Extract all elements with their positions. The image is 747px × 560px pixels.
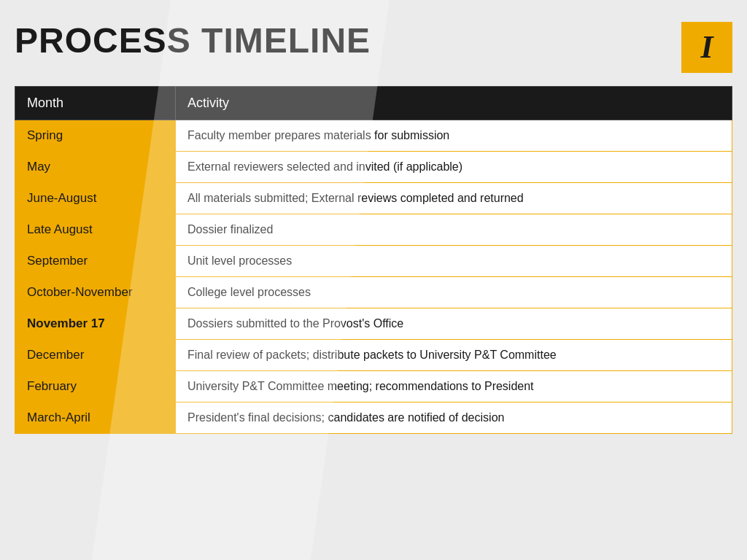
month-cell: October-November xyxy=(15,277,176,308)
month-cell: Late August xyxy=(15,214,176,246)
month-cell: May xyxy=(15,152,176,183)
month-column-header: Month xyxy=(15,87,176,120)
activity-cell: Dossier finalized xyxy=(176,214,732,246)
table-row: SpringFaculty member prepares materials … xyxy=(15,120,732,152)
month-cell: Spring xyxy=(15,120,176,152)
activity-cell: President's final decisions; candidates … xyxy=(176,402,732,434)
table-row: March-AprilPresident's final decisions; … xyxy=(15,402,732,434)
activity-column-header: Activity xyxy=(176,87,732,120)
table-header-row: Month Activity xyxy=(15,87,732,120)
month-cell: March-April xyxy=(15,402,176,434)
activity-cell: All materials submitted; External review… xyxy=(176,183,732,214)
activity-cell: College level processes xyxy=(176,277,732,308)
table-row: October-NovemberCollege level processes xyxy=(15,277,732,308)
table-row: Late AugustDossier finalized xyxy=(15,214,732,246)
table-row: DecemberFinal review of packets; distrib… xyxy=(15,340,732,371)
table-row: SeptemberUnit level processes xyxy=(15,246,732,277)
page-container: PROCESS TIMELINE I Month Activity Spring… xyxy=(0,0,747,560)
page-header: PROCESS TIMELINE I xyxy=(15,22,732,73)
activity-cell: Unit level processes xyxy=(176,246,732,277)
timeline-table: Month Activity SpringFaculty member prep… xyxy=(15,86,732,434)
logo-letter: I xyxy=(700,31,713,63)
activity-cell: External reviewers selected and invited … xyxy=(176,152,732,183)
activity-cell: University P&T Committee meeting; recomm… xyxy=(176,371,732,402)
month-cell: September xyxy=(15,246,176,277)
month-cell: June-August xyxy=(15,183,176,214)
activity-cell: Faculty member prepares materials for su… xyxy=(176,120,732,152)
month-cell: February xyxy=(15,371,176,402)
table-row: FebruaryUniversity P&T Committee meeting… xyxy=(15,371,732,402)
table-row: November 17Dossiers submitted to the Pro… xyxy=(15,308,732,340)
activity-cell: Final review of packets; distribute pack… xyxy=(176,340,732,371)
activity-cell: Dossiers submitted to the Provost's Offi… xyxy=(176,308,732,340)
table-row: MayExternal reviewers selected and invit… xyxy=(15,152,732,183)
month-cell: November 17 xyxy=(15,308,176,340)
table-row: June-AugustAll materials submitted; Exte… xyxy=(15,183,732,214)
month-cell: December xyxy=(15,340,176,371)
page-title: PROCESS TIMELINE xyxy=(15,22,371,61)
university-logo: I xyxy=(681,22,732,73)
